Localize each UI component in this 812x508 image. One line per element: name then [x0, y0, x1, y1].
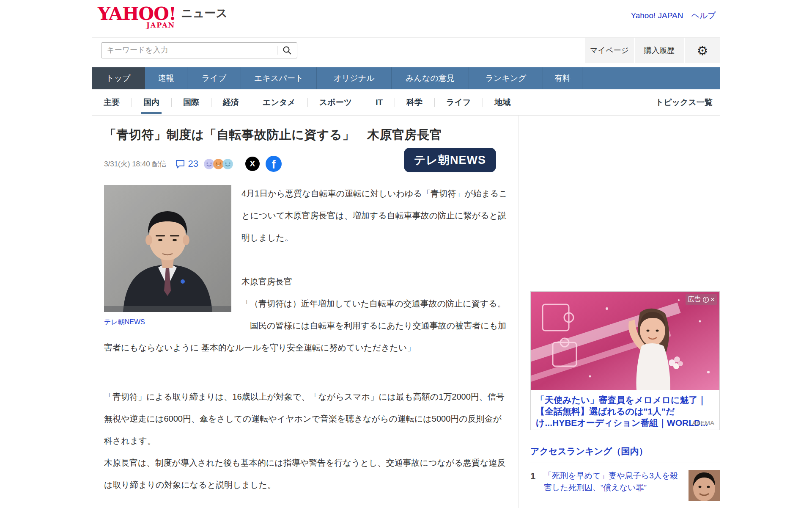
paragraph: 「青切符」による取り締まりは、16歳以上が対象で、「ながらスマホ」には最も高額の…	[104, 386, 509, 452]
comment-bubble-icon	[175, 158, 186, 169]
tab-sokuho[interactable]: 速報	[145, 67, 187, 89]
ranking-thumbnail[interactable]	[689, 470, 720, 501]
article-title: 「青切符」制度は「自転事故防止に資する」 木原官房長官	[104, 127, 509, 144]
ranking-number: 1	[530, 470, 544, 501]
access-ranking: アクセスランキング（国内） 1 「死刑を早めて」妻や息子ら3人を殺害した死刑囚、…	[530, 445, 720, 501]
logo[interactable]: YAHOO! JAPAN ニュース	[98, 5, 228, 29]
ad-info-icon[interactable]	[702, 296, 709, 303]
category-entertainment[interactable]: エンタメ	[251, 94, 307, 111]
nav-filler	[582, 67, 720, 89]
search-box	[101, 42, 297, 58]
ranking-title: アクセスランキング（国内）	[530, 445, 720, 463]
reaction-emojis	[203, 158, 233, 170]
page: YAHOO! JAPAN ニュース Yahoo! JAPAN ヘルプ	[92, 0, 720, 508]
purchase-history-button[interactable]: 購入履歴	[635, 38, 684, 63]
yahoo-japan-link[interactable]: Yahoo! JAPAN	[631, 11, 683, 20]
category-life[interactable]: ライフ	[434, 94, 483, 111]
category-world[interactable]: 国際	[171, 94, 211, 111]
quick-links: マイページ 購入履歴 ⚙	[585, 38, 720, 63]
category-nav: 主要 国内 国際 経済 エンタメ スポーツ IT 科学 ライフ 地域 トピックス…	[92, 89, 720, 116]
tab-expert[interactable]: エキスパート	[241, 67, 317, 89]
tab-live[interactable]: ライブ	[187, 67, 241, 89]
purchase-history-label: 購入履歴	[644, 45, 675, 55]
ad-close-icon[interactable]: ×	[710, 295, 715, 304]
source-badge[interactable]: テレ朝NEWS	[404, 148, 496, 172]
mypage-label: マイページ	[590, 45, 629, 55]
logo-yahoo-text: YAHOO!	[98, 5, 176, 23]
article: 「青切符」制度は「自転事故防止に資する」 木原官房長官 3/31(火) 18:4…	[92, 116, 519, 508]
ad-text: 「天使みたい」審査員をメロメロに魅了｜【全話無料】選ばれるのは"1人"だけ...…	[531, 390, 719, 430]
comment-count: 23	[188, 158, 198, 169]
main-nav: トップ 速報 ライブ エキスパート オリジナル みんなの意見 ランキング 有料	[92, 67, 720, 89]
tab-original[interactable]: オリジナル	[317, 67, 392, 89]
article-body: テレ朝NEWS 4月1日から悪質な自転車の運転に対しいわゆる「青切符」が始まるこ…	[104, 182, 509, 508]
ad-label-text: 広告	[688, 295, 701, 304]
site-header: YAHOO! JAPAN ニュース Yahoo! JAPAN ヘルプ	[92, 0, 720, 37]
share-facebook-button[interactable]: f	[266, 156, 282, 172]
tab-paid[interactable]: 有料	[543, 67, 582, 89]
category-sports[interactable]: スポーツ	[307, 94, 364, 111]
topics-list-link[interactable]: トピックス一覧	[656, 97, 720, 108]
main-content: 「青切符」制度は「自転事故防止に資する」 木原官房長官 3/31(火) 18:4…	[92, 116, 720, 508]
search-input[interactable]	[102, 46, 277, 55]
settings-button[interactable]: ⚙	[685, 38, 720, 63]
sidebar: 広告 × 「天使みたい」審査員をメロメロに魅了｜【全話無料】選ばれるのは"1人"…	[519, 116, 720, 508]
help-link[interactable]: ヘルプ	[691, 11, 716, 20]
ad-image[interactable]: 広告 ×	[531, 292, 719, 390]
ranking-item-1[interactable]: 1 「死刑を早めて」妻や息子ら3人を殺害した死刑囚、“償えない罪”	[530, 470, 720, 501]
ad-label: 広告 ×	[686, 294, 717, 305]
share-x-button[interactable]: X	[245, 157, 260, 171]
search-row: マイページ 購入履歴 ⚙	[92, 37, 720, 63]
top-links: Yahoo! JAPAN ヘルプ	[625, 10, 716, 21]
publish-date: 3/31(火) 18:40 配信	[104, 159, 166, 169]
category-main[interactable]: 主要	[92, 94, 132, 111]
paragraph: 木原長官は、制度が導入された後も基本的には指導や警告を行なうとし、交通事故につな…	[104, 452, 509, 496]
facebook-icon: f	[272, 157, 275, 172]
yahoo-japan-logo[interactable]: YAHOO! JAPAN	[98, 5, 176, 29]
comment-link[interactable]: 23	[175, 158, 198, 169]
ad-headline[interactable]: 「天使みたい」審査員をメロメロに魅了｜【全話無料】選ばれるのは"1人"だけ...…	[536, 394, 714, 428]
gear-icon: ⚙	[697, 43, 708, 58]
article-photo[interactable]	[104, 185, 231, 312]
search-button[interactable]	[277, 43, 297, 58]
category-domestic[interactable]: 国内	[132, 94, 171, 111]
ad-block[interactable]: 広告 × 「天使みたい」審査員をメロメロに魅了｜【全話無料】選ばれるのは"1人"…	[530, 291, 720, 430]
category-science[interactable]: 科学	[395, 94, 434, 111]
mypage-button[interactable]: マイページ	[585, 38, 634, 63]
tab-top[interactable]: トップ	[92, 67, 145, 89]
tab-ranking[interactable]: ランキング	[469, 67, 543, 89]
category-economy[interactable]: 経済	[211, 94, 251, 111]
category-regional[interactable]: 地域	[483, 94, 522, 111]
service-name: ニュース	[181, 6, 228, 21]
photo-caption-link[interactable]: テレ朝NEWS	[104, 317, 231, 327]
reaction-emoji-blue-icon	[222, 158, 233, 170]
tab-opinions[interactable]: みんなの意見	[392, 67, 469, 89]
ranking-item-title[interactable]: 「死刑を早めて」妻や息子ら3人を殺害した死刑囚、“償えない罪”	[544, 470, 689, 501]
article-figure: テレ朝NEWS	[104, 185, 231, 327]
category-it[interactable]: IT	[364, 94, 395, 111]
search-icon	[282, 45, 292, 55]
x-icon: X	[250, 159, 255, 168]
